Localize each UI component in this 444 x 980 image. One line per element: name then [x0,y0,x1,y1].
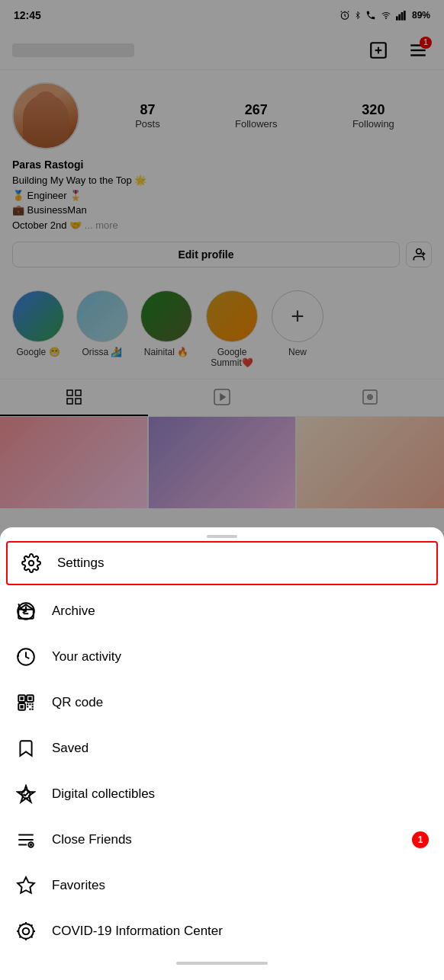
archive-icon [15,600,37,622]
svg-rect-39 [29,709,31,710]
saved-icon [15,738,37,759]
menu-item-favorites[interactable]: Favorites [0,863,444,908]
qr-code-icon [15,692,37,713]
settings-icon [21,552,42,574]
sheet-handle [207,535,237,538]
svg-marker-49 [18,877,34,893]
svg-rect-33 [20,705,23,708]
menu-item-your-activity[interactable]: Your activity [0,634,444,680]
covid-icon [15,921,37,942]
menu-item-close-friends[interactable]: Close Friends 1 [0,817,444,863]
svg-line-59 [20,937,21,938]
qr-label: QR code [52,695,103,710]
svg-rect-38 [27,706,28,707]
activity-icon [15,646,37,668]
svg-rect-36 [29,703,31,705]
svg-point-50 [18,924,34,939]
archive-label: Archive [52,604,95,619]
menu-item-qr-code[interactable]: QR code [0,680,444,725]
svg-rect-41 [32,709,34,710]
bottom-sheet-menu: Settings Archive [0,527,444,980]
close-friends-label: Close Friends [52,832,132,847]
menu-item-digital-collectibles[interactable]: Digital collectibles [0,771,444,817]
svg-point-51 [23,928,30,935]
settings-label: Settings [57,556,104,571]
menu-item-covid[interactable]: COVID-19 Information Center [0,908,444,954]
svg-line-56 [20,925,21,927]
collectibles-label: Digital collectibles [52,786,155,802]
svg-rect-31 [20,697,23,700]
menu-item-settings[interactable]: Settings [6,541,438,585]
svg-rect-37 [32,703,34,705]
svg-line-57 [31,937,33,938]
covid-label: COVID-19 Information Center [52,924,223,939]
close-friends-icon [15,829,37,850]
svg-point-23 [29,561,34,566]
svg-line-58 [31,925,33,927]
favorites-label: Favorites [52,878,105,893]
favorites-icon [15,875,37,896]
collectibles-icon [15,783,37,805]
activity-label: Your activity [52,649,121,665]
svg-rect-35 [27,703,28,705]
svg-rect-40 [32,706,34,707]
svg-rect-32 [28,697,31,700]
close-friends-badge: 1 [412,831,429,848]
menu-item-saved[interactable]: Saved [0,725,444,771]
home-bar [176,962,268,965]
menu-item-archive[interactable]: Archive [0,588,444,634]
saved-label: Saved [52,741,88,756]
